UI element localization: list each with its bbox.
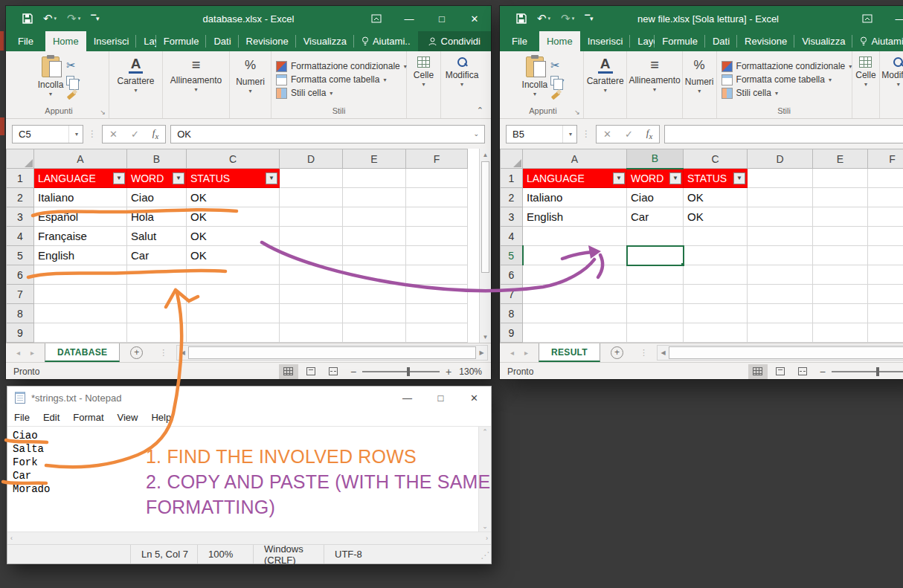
formula-input[interactable]: [664, 125, 903, 143]
undo-button[interactable]: ↶▾: [537, 12, 550, 25]
next-sheet-icon[interactable]: ▸: [524, 349, 528, 357]
prev-sheet-icon[interactable]: ◂: [16, 349, 20, 357]
data-cell[interactable]: OK: [187, 227, 280, 246]
menu-format[interactable]: Format: [66, 412, 110, 423]
tab-file[interactable]: File: [500, 31, 539, 51]
ribbon-display-options-icon[interactable]: [851, 6, 884, 31]
column-header[interactable]: E: [343, 149, 406, 169]
row-header[interactable]: 9: [501, 323, 523, 343]
filter-dropdown-icon[interactable]: ▼: [173, 172, 184, 184]
data-cell[interactable]: English: [34, 246, 127, 265]
table-header-cell[interactable]: LANGUAGE▼: [34, 169, 127, 188]
clipboard-dialog-launcher[interactable]: ↘: [100, 106, 106, 118]
tab-inserisci[interactable]: Inserisci: [580, 31, 631, 51]
tab-help[interactable]: Aiutami..: [852, 31, 903, 51]
scroll-down-icon[interactable]: ▼: [480, 331, 491, 343]
add-sheet-button[interactable]: +: [600, 343, 634, 362]
page-layout-view-button[interactable]: [771, 364, 790, 379]
scroll-up-icon[interactable]: ⌃: [482, 428, 488, 436]
menu-view[interactable]: View: [111, 412, 145, 423]
row-header[interactable]: 4: [7, 227, 34, 246]
save-icon[interactable]: [516, 13, 527, 24]
row-header[interactable]: 3: [7, 207, 34, 227]
filter-dropdown-icon[interactable]: ▼: [733, 172, 745, 184]
undo-button[interactable]: ↶▾: [43, 12, 57, 25]
row-header[interactable]: 7: [7, 285, 34, 304]
column-header[interactable]: D: [280, 149, 343, 169]
scroll-left-icon[interactable]: ◀: [177, 349, 188, 356]
name-box[interactable]: B5▾: [506, 125, 577, 143]
row-header[interactable]: 2: [7, 188, 34, 207]
row-header[interactable]: 2: [501, 188, 523, 207]
zoom-slider[interactable]: −: [812, 366, 903, 378]
paste-button[interactable]: Incolla ▾: [522, 54, 548, 105]
normal-view-button[interactable]: [279, 364, 298, 379]
row-header[interactable]: 6: [501, 265, 523, 285]
conditional-formatting-button[interactable]: Formattazione condizionale▾: [722, 61, 852, 72]
editing-button[interactable]: Modifica▾: [881, 54, 903, 105]
insert-function-icon[interactable]: fx: [146, 127, 165, 140]
cells-button[interactable]: Celle▾: [855, 54, 875, 105]
row-header[interactable]: 1: [7, 169, 34, 188]
data-cell[interactable]: Salut: [127, 227, 187, 246]
zoom-percentage[interactable]: 130%: [459, 366, 491, 377]
select-all-corner[interactable]: [7, 149, 34, 169]
table-header-cell[interactable]: STATUS▼: [187, 169, 280, 188]
row-header-selected[interactable]: 5: [501, 246, 523, 265]
active-cell-B5[interactable]: [627, 246, 684, 265]
copy-icon[interactable]: [550, 76, 559, 85]
zoom-knob[interactable]: [876, 367, 879, 376]
row-header[interactable]: 8: [7, 304, 34, 323]
ribbon-display-options-icon[interactable]: [360, 6, 393, 31]
alignment-button[interactable]: ≡Allineamento▾: [629, 54, 680, 105]
scroll-left-icon[interactable]: ◀: [658, 349, 669, 356]
data-cell[interactable]: Car: [127, 246, 187, 265]
cell-styles-button[interactable]: Stili cella▾: [276, 88, 332, 99]
page-break-view-button[interactable]: [324, 364, 343, 379]
row-header[interactable]: 1: [501, 169, 523, 188]
data-cell[interactable]: Française: [34, 227, 127, 246]
tab-revisione[interactable]: Revisione: [239, 31, 296, 51]
filter-dropdown-icon[interactable]: ▼: [613, 172, 625, 184]
column-header[interactable]: C: [684, 149, 748, 169]
maximize-button[interactable]: □: [424, 387, 457, 409]
data-cell[interactable]: Ciao: [127, 188, 187, 207]
data-cell[interactable]: Car: [627, 207, 684, 227]
data-cell[interactable]: Español: [34, 207, 127, 227]
column-header[interactable]: F: [868, 149, 903, 169]
scrollbar-thumb[interactable]: [669, 346, 903, 359]
confirm-entry-icon[interactable]: ✓: [124, 129, 146, 140]
column-header[interactable]: F: [406, 149, 468, 169]
tab-home[interactable]: Home: [539, 31, 580, 51]
table-header-cell[interactable]: LANGUAGE▼: [523, 169, 627, 188]
data-cell[interactable]: OK: [684, 207, 748, 227]
scroll-right-icon[interactable]: ›: [486, 534, 488, 542]
row-header[interactable]: 4: [501, 227, 523, 246]
column-header[interactable]: B: [127, 149, 187, 169]
menu-file[interactable]: File: [7, 412, 36, 423]
editing-button[interactable]: Modifica▾: [446, 54, 479, 105]
cut-icon[interactable]: ✂: [66, 59, 80, 72]
maximize-button[interactable]: □: [425, 6, 458, 31]
copy-icon[interactable]: [66, 76, 74, 85]
row-header[interactable]: 5: [7, 246, 34, 265]
tab-home[interactable]: Home: [45, 31, 86, 51]
row-header[interactable]: 8: [501, 304, 523, 323]
data-cell[interactable]: OK: [684, 188, 748, 207]
customize-qat-button[interactable]: ▔▾: [91, 15, 99, 22]
row-header[interactable]: 6: [7, 265, 34, 285]
tab-visualizza[interactable]: Visualizza: [794, 31, 852, 51]
paste-button[interactable]: Incolla ▾: [38, 54, 64, 105]
format-painter-icon[interactable]: [66, 89, 77, 100]
format-painter-icon[interactable]: [550, 89, 561, 100]
tab-dati[interactable]: Dati: [206, 31, 238, 51]
scroll-right-icon[interactable]: ▶: [476, 349, 487, 356]
tab-revisione[interactable]: Revisione: [737, 31, 794, 51]
cancel-entry-icon[interactable]: ✕: [597, 129, 618, 140]
data-cell[interactable]: OK: [187, 188, 280, 207]
minimize-button[interactable]: —: [393, 6, 425, 31]
zoom-out-icon[interactable]: −: [350, 366, 356, 378]
scrollbar-thumb[interactable]: [481, 161, 489, 273]
scroll-down-icon[interactable]: ⌄: [482, 523, 488, 530]
text-area[interactable]: Ciao Salta Fork Car Morado ⌃ ⌄: [7, 427, 491, 532]
